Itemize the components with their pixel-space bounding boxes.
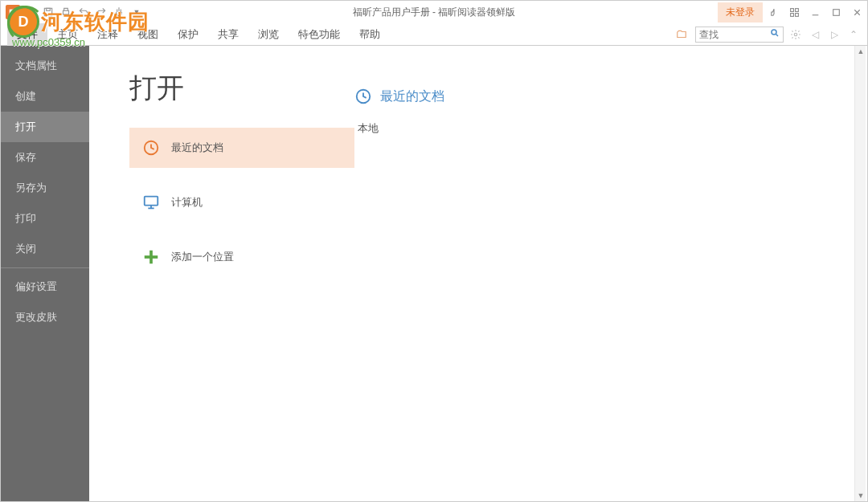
tab-comment[interactable]: 注释	[88, 23, 128, 46]
clock-icon	[142, 139, 160, 157]
svg-rect-3	[790, 8, 793, 11]
file-sidebar: 文档属性 创建 打开 保存 另存为 打印 关闭 偏好设置 更改皮肤	[1, 46, 89, 501]
sidebar-item-close[interactable]: 关闭	[1, 234, 89, 264]
svg-point-13	[794, 33, 797, 36]
section-heading: 最近的文档	[380, 88, 444, 105]
computer-icon	[142, 194, 160, 211]
svg-rect-2	[63, 10, 69, 14]
location-label: 添加一个位置	[171, 250, 234, 264]
undo-icon[interactable]	[75, 3, 92, 21]
tab-features[interactable]: 特色功能	[289, 23, 350, 46]
svg-rect-6	[795, 13, 798, 16]
sidebar-item-saveas[interactable]: 另存为	[1, 173, 89, 203]
group-label: 本地	[354, 121, 867, 136]
svg-rect-1	[47, 8, 51, 10]
svg-line-12	[776, 35, 779, 37]
svg-rect-8	[833, 9, 839, 15]
sidebar-item-properties[interactable]: 文档属性	[1, 51, 89, 81]
recent-docs-panel: 最近的文档 本地	[338, 46, 867, 501]
page-title: 打开	[129, 70, 338, 107]
folder-search-icon[interactable]	[673, 26, 690, 43]
tab-home[interactable]: 主页	[47, 23, 88, 46]
save-icon[interactable]	[39, 3, 57, 21]
collapse-ribbon-icon[interactable]: ⌃	[846, 27, 861, 42]
thumbs-icon[interactable]	[763, 3, 784, 21]
sidebar-divider	[1, 267, 89, 268]
maximize-icon[interactable]	[825, 3, 846, 21]
titlebar: ◧ ▼ 福昕产品用户手册 - 福昕阅读器领鲜版 未登录	[1, 1, 867, 23]
minimize-icon[interactable]	[805, 3, 825, 21]
open-locations-panel: 打开 最近的文档 计算机 添加一个位置	[89, 46, 338, 501]
vertical-scrollbar[interactable]: ▲ ▼	[854, 46, 866, 501]
print-icon[interactable]	[57, 3, 75, 21]
ribbon-tabs: 文件 主页 注释 视图 保护 共享 浏览 特色功能 帮助 ◁ ▷ ⌃	[1, 23, 867, 46]
tab-browse[interactable]: 浏览	[248, 23, 289, 46]
section-header: 最近的文档	[354, 88, 867, 105]
svg-rect-4	[795, 8, 798, 11]
clock-icon	[354, 88, 372, 105]
sidebar-item-print[interactable]: 打印	[1, 203, 89, 234]
open-icon[interactable]	[22, 3, 39, 21]
main-area: 文档属性 创建 打开 保存 另存为 打印 关闭 偏好设置 更改皮肤 打开 最近的…	[1, 46, 867, 501]
search-input[interactable]	[699, 29, 764, 40]
qat-dropdown-icon[interactable]: ▼	[128, 3, 145, 21]
svg-rect-19	[145, 255, 158, 259]
tab-share[interactable]: 共享	[208, 23, 248, 46]
window-title: 福昕产品用户手册 - 福昕阅读器领鲜版	[353, 6, 516, 19]
sidebar-item-preferences[interactable]: 偏好设置	[1, 271, 89, 302]
titlebar-right-controls: 未登录	[718, 2, 867, 22]
tab-file[interactable]: 文件	[7, 23, 47, 46]
hand-icon[interactable]	[110, 3, 128, 21]
sidebar-item-save[interactable]: 保存	[1, 142, 89, 173]
gear-icon[interactable]	[788, 27, 803, 42]
svg-rect-15	[145, 197, 158, 206]
location-label: 计算机	[171, 195, 203, 210]
sidebar-item-create[interactable]: 创建	[1, 81, 89, 112]
location-recent[interactable]: 最近的文档	[129, 128, 354, 168]
search-icon[interactable]	[770, 28, 780, 40]
next-icon[interactable]: ▷	[827, 27, 841, 42]
location-label: 最近的文档	[171, 141, 223, 155]
svg-point-11	[772, 30, 776, 35]
login-button[interactable]: 未登录	[718, 2, 763, 22]
svg-rect-0	[44, 8, 51, 15]
plus-icon	[142, 248, 160, 266]
sidebar-item-skin[interactable]: 更改皮肤	[1, 302, 89, 333]
tab-help[interactable]: 帮助	[350, 23, 390, 46]
search-box[interactable]	[695, 27, 784, 43]
tab-view[interactable]: 视图	[128, 23, 168, 46]
location-add[interactable]: 添加一个位置	[129, 237, 354, 277]
sidebar-item-open[interactable]: 打开	[1, 112, 89, 142]
scroll-up-icon[interactable]: ▲	[855, 46, 866, 57]
quick-access-toolbar: ◧ ▼	[1, 3, 145, 21]
content-area: 打开 最近的文档 计算机 添加一个位置	[89, 46, 867, 501]
tab-protect[interactable]: 保护	[168, 23, 208, 46]
close-icon[interactable]	[846, 3, 867, 21]
app-icon[interactable]: ◧	[4, 3, 22, 21]
location-computer[interactable]: 计算机	[129, 182, 354, 222]
grid-icon[interactable]	[784, 3, 805, 21]
redo-icon[interactable]	[92, 3, 110, 21]
prev-icon[interactable]: ◁	[808, 27, 822, 42]
svg-rect-5	[790, 13, 793, 16]
scroll-down-icon[interactable]: ▼	[855, 490, 866, 501]
